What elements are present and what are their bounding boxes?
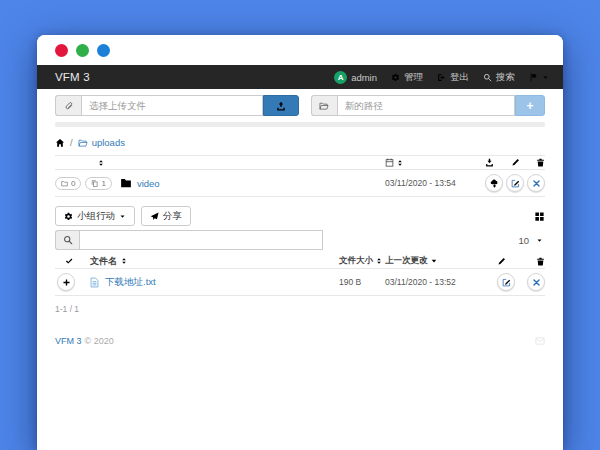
new-path-input[interactable] [337, 95, 515, 116]
window-titlebar [37, 35, 563, 65]
folder-outline-icon [61, 180, 68, 187]
file-rename-button[interactable] [497, 273, 515, 291]
select-all-check-icon[interactable] [65, 257, 73, 265]
folder-modified-date: 03/11/2020 - 13:54 [385, 178, 485, 188]
caret-down-icon [119, 213, 126, 220]
paper-plane-icon [150, 212, 159, 221]
folders-table-header [55, 155, 545, 170]
grid-icon [534, 211, 545, 222]
share-button[interactable]: 分享 [141, 206, 191, 226]
files-table: 文件名 文件大小 上一次更改 [55, 254, 545, 296]
calendar-icon [385, 158, 394, 167]
filter-row: 10 [55, 230, 545, 250]
manage-label: 管理 [404, 71, 423, 84]
breadcrumb-current-folder[interactable]: uploads [78, 137, 125, 148]
folder-open-icon [311, 95, 337, 116]
breadcrumb-root-link[interactable] [55, 138, 65, 148]
file-size-sort[interactable]: 文件大小 [339, 255, 385, 267]
upload-progress-bar [55, 122, 545, 127]
grid-view-button[interactable] [534, 211, 545, 222]
maximize-window-dot[interactable] [97, 44, 110, 57]
sort-icon [375, 257, 383, 265]
folder-name-sort[interactable] [97, 159, 105, 167]
filter-group [55, 230, 323, 250]
language-menu[interactable] [529, 73, 549, 82]
file-size: 190 B [339, 277, 385, 287]
close-window-dot[interactable] [55, 44, 68, 57]
folder-link[interactable]: video [137, 178, 160, 189]
nav-item-search[interactable]: 搜索 [483, 71, 515, 84]
upload-file-group [55, 95, 299, 116]
breadcrumb: / uploads [55, 137, 545, 148]
file-delete-button[interactable] [527, 273, 545, 291]
nav-item-manage[interactable]: 管理 [391, 71, 423, 84]
user-menu[interactable]: A admin [334, 71, 377, 84]
folder-row: 0 1 video 03/11/2020 - 13:54 [55, 170, 545, 197]
navbar-right: A admin 管理 登出 搜索 [334, 71, 549, 84]
app-brand: VFM 3 [55, 71, 90, 83]
plus-icon [62, 278, 71, 287]
files-table-header: 文件名 文件大小 上一次更改 [55, 254, 545, 269]
pencil-icon [511, 158, 520, 167]
close-icon [532, 179, 541, 188]
actions-toolbar: 小组行动 分享 [55, 206, 545, 226]
envelope-icon [535, 336, 545, 346]
file-link[interactable]: 下载地址.txt [105, 276, 156, 289]
group-actions-button[interactable]: 小组行动 [55, 206, 135, 226]
folder-download-button[interactable] [485, 174, 503, 192]
file-count-badge: 1 [85, 177, 111, 190]
folder-delete-button[interactable] [527, 174, 545, 192]
footer-brand-link[interactable]: VFM 3 [55, 336, 82, 346]
file-modified-date: 03/11/2020 - 13:52 [385, 277, 485, 287]
copy-icon [91, 180, 98, 187]
app-navbar: VFM 3 A admin 管理 登出 搜索 [37, 65, 563, 89]
upload-panel: + [55, 95, 545, 116]
file-modified-sort[interactable]: 上一次更改 [385, 255, 485, 267]
file-text-icon [89, 277, 100, 288]
upload-button[interactable] [263, 95, 299, 116]
search-icon [55, 230, 79, 250]
gear-icon [391, 73, 400, 82]
caret-down-icon [430, 257, 438, 265]
footer-contact-button[interactable] [535, 336, 545, 346]
file-select-button[interactable] [57, 273, 75, 291]
upload-file-input[interactable] [81, 95, 263, 116]
filter-input[interactable] [79, 230, 323, 250]
folders-table: 0 1 video 03/11/2020 - 13:54 [55, 155, 545, 197]
sign-out-icon [437, 73, 446, 82]
download-icon [485, 158, 494, 167]
subfolder-count-badge: 0 [55, 177, 81, 190]
trash-icon [536, 158, 545, 167]
create-path-button[interactable]: + [515, 95, 545, 116]
caret-down-icon [536, 237, 543, 244]
minimize-window-dot[interactable] [76, 44, 89, 57]
folder-date-sort[interactable] [385, 158, 485, 167]
pencil-icon [497, 257, 506, 266]
file-name-sort[interactable]: 文件名 [90, 255, 128, 268]
folder-open-icon [78, 138, 88, 148]
upload-icon [276, 101, 286, 111]
folder-rename-button[interactable] [506, 174, 524, 192]
page-size-value: 10 [518, 235, 529, 246]
edit-icon [502, 278, 511, 287]
close-icon [532, 278, 541, 287]
page-size-select[interactable]: 10 [518, 235, 545, 246]
pagination-label: 1-1 / 1 [55, 304, 545, 314]
home-icon [55, 138, 65, 148]
file-row: 下载地址.txt 190 B 03/11/2020 - 13:52 [55, 269, 545, 296]
gear-icon [64, 212, 73, 221]
breadcrumb-separator: / [70, 137, 73, 148]
footer: VFM 3 © 2020 [55, 336, 545, 346]
sort-icon [396, 159, 404, 167]
sort-icon [97, 159, 105, 167]
new-path-group: + [311, 95, 545, 116]
nav-item-logout[interactable]: 登出 [437, 71, 469, 84]
chevron-down-icon [542, 74, 549, 81]
user-avatar: A [334, 71, 347, 84]
user-name: admin [351, 72, 377, 83]
paperclip-icon [55, 95, 81, 116]
search-label: 搜索 [496, 71, 515, 84]
edit-icon [511, 179, 520, 188]
footer-copyright: © 2020 [85, 336, 114, 346]
logout-label: 登出 [450, 71, 469, 84]
